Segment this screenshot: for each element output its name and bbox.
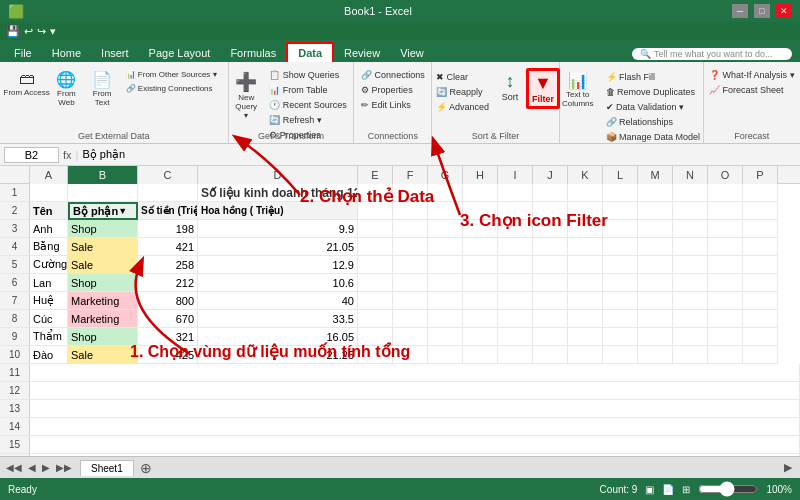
cell-a7[interactable]: Huệ bbox=[30, 292, 68, 310]
cell-k3[interactable] bbox=[568, 220, 603, 238]
cell-n10[interactable] bbox=[673, 346, 708, 364]
cell-i6[interactable] bbox=[498, 274, 533, 292]
tab-next-arrow[interactable]: ▶ bbox=[40, 461, 52, 474]
cell-j7[interactable] bbox=[533, 292, 568, 310]
btn-from-table[interactable]: 📊 From Table bbox=[264, 83, 352, 97]
cell-c7[interactable]: 800 bbox=[138, 292, 198, 310]
cell-j4[interactable] bbox=[533, 238, 568, 256]
cell-p3[interactable] bbox=[743, 220, 778, 238]
cell-p2[interactable] bbox=[743, 202, 778, 220]
cell-a4[interactable]: Bằng bbox=[30, 238, 68, 256]
btn-remove-duplicates[interactable]: 🗑 Remove Duplicates bbox=[601, 85, 706, 99]
col-header-l[interactable]: L bbox=[603, 166, 638, 184]
tell-me-box[interactable]: 🔍 Tell me what you want to do... bbox=[632, 48, 792, 60]
col-header-o[interactable]: O bbox=[708, 166, 743, 184]
cell-d1[interactable]: Số liệu kinh doanh tháng 12 bbox=[198, 184, 358, 202]
cell-empty-13[interactable] bbox=[30, 400, 800, 418]
cell-d3[interactable]: 9.9 bbox=[198, 220, 358, 238]
cell-e8[interactable] bbox=[358, 310, 393, 328]
cell-e7[interactable] bbox=[358, 292, 393, 310]
cell-n3[interactable] bbox=[673, 220, 708, 238]
cell-e10[interactable] bbox=[358, 346, 393, 364]
cell-a2[interactable]: Tên bbox=[30, 202, 68, 220]
cell-g9[interactable] bbox=[428, 328, 463, 346]
cell-i9[interactable] bbox=[498, 328, 533, 346]
col-header-c[interactable]: C bbox=[138, 166, 198, 184]
btn-clear[interactable]: ✖ Clear bbox=[431, 70, 494, 84]
cell-h5[interactable] bbox=[463, 256, 498, 274]
btn-from-web[interactable]: 🌐 From Web bbox=[49, 68, 83, 109]
cell-n1[interactable] bbox=[673, 184, 708, 202]
cell-l3[interactable] bbox=[603, 220, 638, 238]
add-sheet-button[interactable]: ⊕ bbox=[134, 458, 158, 478]
cell-f9[interactable] bbox=[393, 328, 428, 346]
cell-l9[interactable] bbox=[603, 328, 638, 346]
btn-flash-fill[interactable]: ⚡ Flash Fill bbox=[601, 70, 706, 84]
cell-o10[interactable] bbox=[708, 346, 743, 364]
cell-p9[interactable] bbox=[743, 328, 778, 346]
btn-refresh[interactable]: 🔄 Refresh ▾ bbox=[264, 113, 352, 127]
cell-l1[interactable] bbox=[603, 184, 638, 202]
cell-l5[interactable] bbox=[603, 256, 638, 274]
cell-l4[interactable] bbox=[603, 238, 638, 256]
cell-b3[interactable]: Shop bbox=[68, 220, 138, 238]
page-layout-icon[interactable]: 📄 bbox=[662, 484, 674, 495]
tab-page-layout[interactable]: Page Layout bbox=[139, 44, 221, 62]
cell-o1[interactable] bbox=[708, 184, 743, 202]
scroll-right[interactable]: ▶ bbox=[784, 461, 792, 474]
cell-p10[interactable] bbox=[743, 346, 778, 364]
cell-g10[interactable] bbox=[428, 346, 463, 364]
cell-g2[interactable] bbox=[428, 202, 463, 220]
tab-insert[interactable]: Insert bbox=[91, 44, 139, 62]
cell-h8[interactable] bbox=[463, 310, 498, 328]
cell-g6[interactable] bbox=[428, 274, 463, 292]
cell-g8[interactable] bbox=[428, 310, 463, 328]
tab-prev-arrow[interactable]: ◀ bbox=[26, 461, 38, 474]
cell-l10[interactable] bbox=[603, 346, 638, 364]
cell-g7[interactable] bbox=[428, 292, 463, 310]
btn-advanced[interactable]: ⚡ Advanced bbox=[431, 100, 494, 114]
col-header-b[interactable]: B bbox=[68, 166, 138, 184]
cell-b4[interactable]: Sale bbox=[68, 238, 138, 256]
cell-k4[interactable] bbox=[568, 238, 603, 256]
cell-n7[interactable] bbox=[673, 292, 708, 310]
cell-m5[interactable] bbox=[638, 256, 673, 274]
cell-h6[interactable] bbox=[463, 274, 498, 292]
cell-e4[interactable] bbox=[358, 238, 393, 256]
cell-o4[interactable] bbox=[708, 238, 743, 256]
btn-data-validation[interactable]: ✔ Data Validation ▾ bbox=[601, 100, 706, 114]
maximize-button[interactable]: □ bbox=[754, 4, 770, 18]
cell-b9[interactable]: Shop bbox=[68, 328, 138, 346]
cell-k6[interactable] bbox=[568, 274, 603, 292]
col-header-p[interactable]: P bbox=[743, 166, 778, 184]
cell-m10[interactable] bbox=[638, 346, 673, 364]
cell-n9[interactable] bbox=[673, 328, 708, 346]
cell-j6[interactable] bbox=[533, 274, 568, 292]
cell-d4[interactable]: 21.05 bbox=[198, 238, 358, 256]
btn-sort[interactable]: ↕ Sort bbox=[496, 68, 524, 105]
cell-empty-11[interactable] bbox=[30, 364, 800, 382]
cell-j3[interactable] bbox=[533, 220, 568, 238]
cell-e6[interactable] bbox=[358, 274, 393, 292]
cell-o8[interactable] bbox=[708, 310, 743, 328]
cell-h10[interactable] bbox=[463, 346, 498, 364]
cell-h7[interactable] bbox=[463, 292, 498, 310]
cell-d5[interactable]: 12.9 bbox=[198, 256, 358, 274]
cell-p7[interactable] bbox=[743, 292, 778, 310]
cell-f1[interactable] bbox=[393, 184, 428, 202]
cell-l7[interactable] bbox=[603, 292, 638, 310]
cell-n6[interactable] bbox=[673, 274, 708, 292]
cell-f4[interactable] bbox=[393, 238, 428, 256]
cell-a5[interactable]: Cường bbox=[30, 256, 68, 274]
tab-first-arrow[interactable]: ◀◀ bbox=[4, 461, 24, 474]
cell-d7[interactable]: 40 bbox=[198, 292, 358, 310]
cell-o6[interactable] bbox=[708, 274, 743, 292]
cell-o2[interactable] bbox=[708, 202, 743, 220]
btn-filter[interactable]: ▼ Filter bbox=[526, 68, 560, 109]
cell-l8[interactable] bbox=[603, 310, 638, 328]
cell-j10[interactable] bbox=[533, 346, 568, 364]
cell-o9[interactable] bbox=[708, 328, 743, 346]
cell-n2[interactable] bbox=[673, 202, 708, 220]
cell-b5[interactable]: Sale bbox=[68, 256, 138, 274]
cell-m2[interactable] bbox=[638, 202, 673, 220]
